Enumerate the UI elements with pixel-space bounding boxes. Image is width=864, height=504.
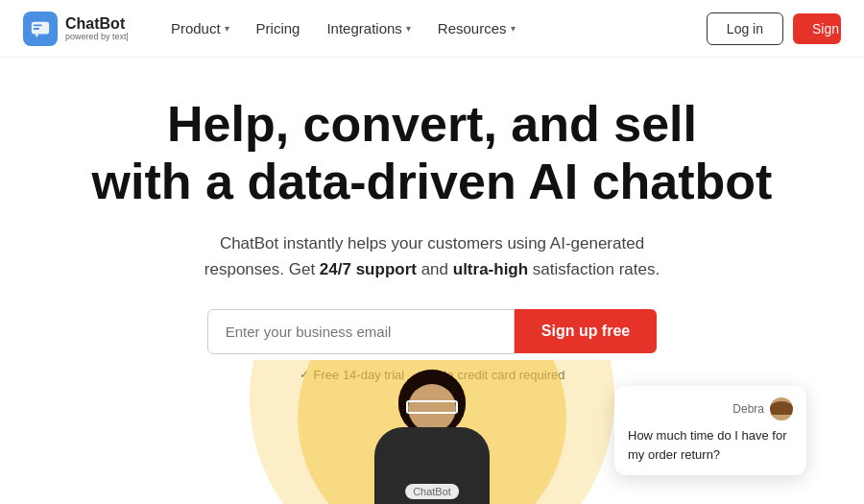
svg-rect-1 xyxy=(34,24,42,26)
hero-subtitle-part2: and xyxy=(417,260,453,278)
nav-integrations[interactable]: Integrations ▾ xyxy=(315,12,421,44)
bottom-chatbot-label: ChatBot xyxy=(405,484,459,499)
logo[interactable]: ChatBot powered by text| xyxy=(23,12,129,46)
hero-title-line2: with a data-driven AI chatbot xyxy=(92,154,773,209)
email-input[interactable] xyxy=(207,309,515,354)
nav-resources[interactable]: Resources ▾ xyxy=(426,12,527,44)
resources-chevron-icon: ▾ xyxy=(511,23,516,34)
logo-text: ChatBot powered by text| xyxy=(65,15,129,41)
hero-section: Help, convert, and sell with a data-driv… xyxy=(0,58,864,382)
logo-main-text: ChatBot xyxy=(65,15,129,33)
svg-rect-2 xyxy=(34,28,39,30)
hero-title-line1: Help, convert, and sell xyxy=(167,96,697,152)
hero-subtitle: ChatBot instantly helps your customers u… xyxy=(202,230,662,282)
hero-bold-high: ultra-high xyxy=(453,260,528,278)
hero-subtitle-part3: satisfaction rates. xyxy=(528,260,660,278)
nav-actions: Log in Sign xyxy=(707,12,841,45)
integrations-chevron-icon: ▾ xyxy=(406,23,411,34)
chat-bubble-message: How much time do I have for my order ret… xyxy=(628,426,793,464)
login-button[interactable]: Log in xyxy=(707,12,783,45)
nav-product[interactable]: Product ▾ xyxy=(159,12,241,44)
chat-bubble: Debra How much time do I have for my ord… xyxy=(614,386,806,475)
signup-nav-button[interactable]: Sign xyxy=(793,13,841,44)
nav-links: Product ▾ Pricing Integrations ▾ Resourc… xyxy=(159,12,707,44)
svg-rect-0 xyxy=(32,21,49,34)
nav-product-label: Product xyxy=(171,20,221,36)
nav-pricing-label: Pricing xyxy=(256,20,300,36)
logo-sub-text: powered by text| xyxy=(65,33,129,41)
chat-bubble-name: Debra xyxy=(732,402,764,416)
chat-avatar xyxy=(770,397,793,420)
nav-pricing[interactable]: Pricing xyxy=(245,12,312,44)
chatbot-logo-icon xyxy=(23,12,58,46)
hero-title: Help, convert, and sell with a data-driv… xyxy=(92,96,773,211)
product-chevron-icon: ▾ xyxy=(225,23,229,34)
hero-bold-support: 24/7 support xyxy=(320,260,417,278)
signup-hero-button[interactable]: Sign up free xyxy=(515,309,657,353)
svg-marker-3 xyxy=(36,34,39,37)
email-form: Sign up free xyxy=(207,309,657,354)
bottom-section: Debra How much time do I have for my ord… xyxy=(0,360,864,504)
nav-integrations-label: Integrations xyxy=(326,20,401,36)
nav-resources-label: Resources xyxy=(438,20,507,36)
navbar: ChatBot powered by text| Product ▾ Prici… xyxy=(0,0,864,58)
chat-bubble-header: Debra xyxy=(628,397,793,420)
